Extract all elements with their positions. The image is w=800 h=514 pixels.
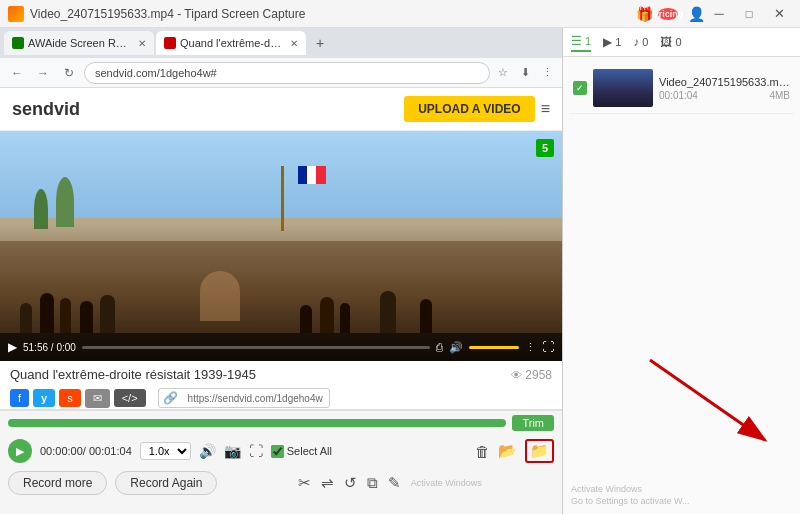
bottom-edit-tools: ✂ ⇌ ↺ ⧉ ✎ Activate Windows: [225, 474, 554, 492]
fullscreen-pb-icon[interactable]: ⛶: [249, 443, 263, 459]
file-duration: 00:01:04: [659, 90, 698, 101]
right-panel-tabs: ☰ 1 ▶ 1 ♪ 0 🖼 0: [563, 28, 800, 57]
open-folder-icon[interactable]: 📁: [525, 439, 554, 463]
tab-label-2: Quand l'extrême-droite résista...: [180, 37, 284, 49]
record-more-button[interactable]: Record more: [8, 471, 107, 495]
bottom-buttons-row: Record more Record Again ✂ ⇌ ↺ ⧉ ✎ Activ…: [0, 467, 562, 499]
address-bar: ← → ↻ sendvid.com/1dgeho4w# ☆ ⬇ ⋮: [0, 58, 562, 88]
reddit-share-button[interactable]: s: [59, 389, 81, 407]
url-copy-box[interactable]: 🔗 https://sendvid.com/1dgeho4w: [158, 388, 330, 408]
timecode-display: 00:00:00/ 00:01:04: [40, 445, 132, 457]
refresh-button[interactable]: ↻: [58, 62, 80, 84]
tab-label-1: AWAide Screen Recorder: Scre...: [28, 37, 132, 49]
audio-icon[interactable]: ⇌: [321, 474, 334, 492]
download-icon[interactable]: ⬇: [516, 64, 534, 82]
file-size: 4MB: [769, 90, 790, 101]
video-play-button[interactable]: ▶: [8, 340, 17, 354]
scissors-icon[interactable]: ✂: [298, 474, 311, 492]
right-tab-video[interactable]: ▶ 1: [603, 33, 621, 51]
file-item-1[interactable]: ✓ Video_240715195633.mp4 00:01:04 4MB: [569, 63, 794, 114]
main-play-button[interactable]: ▶: [8, 439, 32, 463]
activate-windows: Activate Windows: [411, 478, 482, 488]
activate-line1: Activate Windows: [411, 478, 482, 488]
twitter-share-button[interactable]: y: [33, 389, 55, 407]
forward-button[interactable]: →: [32, 62, 54, 84]
list-icon: ☰: [571, 34, 582, 48]
link-icon: 🔗: [159, 389, 182, 407]
pricing-button[interactable]: Pricing: [658, 8, 678, 20]
email-share-button[interactable]: ✉: [85, 389, 110, 408]
close-button[interactable]: ✕: [766, 4, 792, 24]
trim-button[interactable]: Trim: [512, 415, 554, 431]
titlebar-left: Video_240715195633.mp4 - Tipard Screen C…: [8, 6, 305, 22]
action-icons: 🗑 📂 📁: [475, 439, 554, 463]
edit-icon[interactable]: ✎: [388, 474, 401, 492]
site-menu-icon[interactable]: ≡: [541, 100, 550, 118]
tab-close-2[interactable]: ✕: [290, 38, 298, 49]
menu-icon[interactable]: ⋮: [538, 64, 556, 82]
video-scene: [0, 131, 562, 361]
titlebar-controls[interactable]: 🎁 Pricing 👤 ─ □ ✕: [638, 4, 792, 24]
video-count: 1: [615, 36, 621, 48]
right-tab-list[interactable]: ☰ 1: [571, 32, 591, 52]
file-info-1: Video_240715195633.mp4 00:01:04 4MB: [659, 76, 790, 101]
trim-bar-row: Trim: [0, 411, 562, 435]
file-meta-1: 00:01:04 4MB: [659, 90, 790, 101]
upload-button[interactable]: UPLOAD A VIDEO: [404, 96, 534, 122]
volume-icon[interactable]: 🔊: [449, 341, 463, 354]
app-icon: [8, 6, 24, 22]
video-title-text: Quand l'extrême-droite résistait 1939-19…: [10, 367, 256, 382]
new-tab-button[interactable]: +: [308, 31, 332, 55]
view-count: 👁 2958: [511, 368, 552, 382]
rotate-icon[interactable]: ↺: [344, 474, 357, 492]
image-icon: 🖼: [660, 35, 672, 49]
sendvid-header: sendvid UPLOAD A VIDEO ≡: [0, 88, 562, 131]
file-list: ✓ Video_240715195633.mp4 00:01:04 4MB: [563, 57, 800, 477]
facebook-share-button[interactable]: f: [10, 389, 29, 407]
right-tab-music[interactable]: ♪ 0: [633, 33, 648, 51]
copy-icon[interactable]: ⧉: [367, 474, 378, 492]
music-icon: ♪: [633, 35, 639, 49]
select-all-input[interactable]: [271, 445, 284, 458]
share-icon[interactable]: ⎙: [436, 341, 443, 353]
music-count: 0: [642, 36, 648, 48]
file-thumb-inner: [593, 69, 653, 107]
maximize-button[interactable]: □: [736, 4, 762, 24]
volume-bar[interactable]: [469, 346, 519, 349]
aw-line1: Activate Windows: [571, 484, 642, 494]
tab-2[interactable]: Quand l'extrême-droite résista... ✕: [156, 31, 306, 55]
delete-icon[interactable]: 🗑: [475, 443, 490, 460]
star-icon[interactable]: ☆: [494, 64, 512, 82]
video-area: sendvid UPLOAD A VIDEO ≡: [0, 88, 562, 409]
video-progress-bar[interactable]: [82, 346, 430, 349]
sendvid-logo: sendvid: [12, 99, 80, 120]
channel-badge: 5: [536, 139, 554, 157]
video-icon: ▶: [603, 35, 612, 49]
window-title: Video_240715195633.mp4 - Tipard Screen C…: [30, 7, 305, 21]
list-count: 1: [585, 35, 591, 47]
volume-pb-icon[interactable]: 🔊: [199, 443, 216, 459]
browser-tabs: AWAide Screen Recorder: Scre... ✕ Quand …: [0, 28, 562, 58]
embed-share-button[interactable]: </>: [114, 389, 146, 407]
record-again-button[interactable]: Record Again: [115, 471, 217, 495]
speed-selector[interactable]: 1.0x: [140, 442, 191, 460]
trim-slider[interactable]: [8, 419, 506, 427]
right-tab-image[interactable]: 🖼 0: [660, 33, 681, 51]
video-title-row: Quand l'extrême-droite résistait 1939-19…: [10, 367, 552, 382]
minimize-button[interactable]: ─: [706, 4, 732, 24]
tab-close-1[interactable]: ✕: [138, 38, 146, 49]
select-all-checkbox[interactable]: Select All: [271, 445, 332, 458]
camera-icon[interactable]: 📷: [224, 443, 241, 459]
file-checkbox-1[interactable]: ✓: [573, 81, 587, 95]
right-panel: ☰ 1 ▶ 1 ♪ 0 🖼 0 ✓: [563, 28, 800, 514]
more-options-icon[interactable]: ⋮: [525, 341, 536, 354]
fullscreen-button[interactable]: ⛶: [542, 340, 554, 354]
profile-icon[interactable]: 👤: [690, 8, 702, 20]
export-icon[interactable]: 📂: [498, 442, 517, 460]
video-thumbnail: 5 ▶ 51:56 / 0:00 ⎙ 🔊 ⋮ ⛶: [0, 131, 562, 361]
url-field[interactable]: sendvid.com/1dgeho4w#: [84, 62, 490, 84]
title-bar: Video_240715195633.mp4 - Tipard Screen C…: [0, 0, 800, 28]
tab-favicon-2: [164, 37, 176, 49]
tab-1[interactable]: AWAide Screen Recorder: Scre... ✕: [4, 31, 154, 55]
back-button[interactable]: ←: [6, 62, 28, 84]
